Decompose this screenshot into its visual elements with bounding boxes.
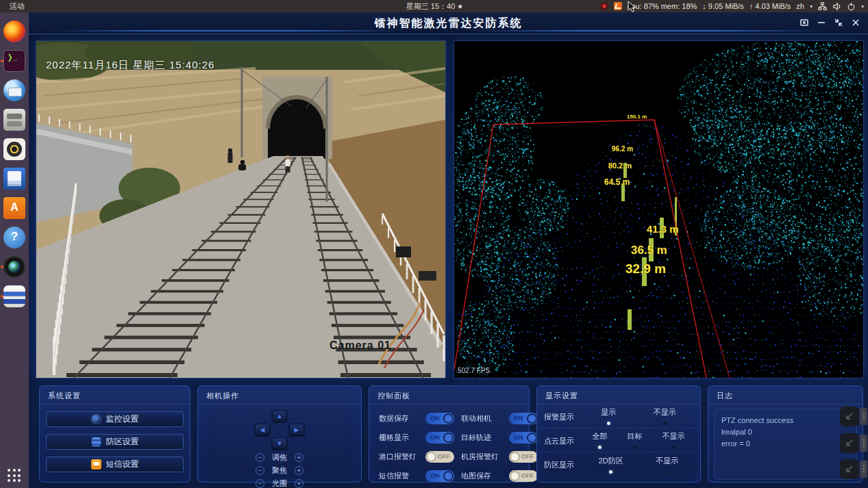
button-label: 防区设置	[106, 436, 139, 448]
edge-shortcut-button[interactable]	[840, 406, 867, 426]
ptz-down-button[interactable]: ▼	[272, 437, 287, 449]
app-title: 镭神智能激光雷达安防系统	[29, 16, 868, 31]
log-line: lrealpal 0	[721, 426, 850, 438]
system-settings-button-3[interactable]: 短信设置	[46, 457, 184, 472]
dock-item-toolbox[interactable]	[0, 193, 29, 222]
volume-icon[interactable]	[832, 2, 841, 11]
dock-item-help[interactable]	[0, 222, 29, 252]
dock-item-terminal[interactable]	[0, 46, 29, 75]
distance-label: 64.5 m	[604, 177, 630, 187]
radio-option-label: 2D防区	[599, 456, 623, 466]
toggle-switch[interactable]: ON	[509, 432, 538, 444]
dock-item-firefox[interactable]	[0, 16, 29, 46]
app-titlebar[interactable]: 镭神智能激光雷达安防系统	[29, 12, 868, 34]
toggle-switch[interactable]: OFF	[509, 470, 538, 482]
edge-shortcut-button[interactable]	[840, 433, 867, 453]
panel-title: 相机操作	[198, 386, 361, 404]
toggle-switch[interactable]: OFF	[509, 451, 538, 463]
camera-op-label: 聚焦	[271, 465, 288, 476]
radio-unselected-icon[interactable]	[671, 444, 677, 450]
toggle-state-label: ON	[514, 415, 523, 422]
restore-button[interactable]	[833, 17, 844, 28]
screen-record-tray-icon[interactable]	[600, 2, 608, 10]
radio-option[interactable]: 2D防区	[599, 456, 623, 475]
radio-option[interactable]: 不显示	[654, 407, 676, 426]
toggle-knob	[510, 471, 520, 481]
dock-item-disc[interactable]	[0, 134, 29, 164]
ptz-preset-icon	[840, 433, 859, 453]
network-icon[interactable]	[818, 2, 827, 11]
activities-button[interactable]: 活动	[0, 1, 34, 12]
toggle-switch[interactable]: ON	[425, 413, 454, 424]
dock-item-camera[interactable]	[0, 252, 29, 281]
increase-button[interactable]: +	[295, 466, 303, 475]
edge-more-dots-icon	[860, 461, 867, 478]
radio-unselected-icon[interactable]	[662, 420, 668, 426]
language-indicator[interactable]: zh	[796, 2, 804, 10]
window-menu-icon[interactable]	[799, 17, 810, 28]
distance-label: 96.2 m	[612, 145, 633, 153]
close-button[interactable]	[850, 17, 861, 28]
decrease-button[interactable]: −	[256, 466, 264, 475]
toggle-switch[interactable]: ON	[425, 432, 454, 444]
sms-settings-icon	[91, 459, 101, 470]
ptz-right-button[interactable]: ▶	[289, 424, 304, 435]
help-icon	[3, 227, 25, 248]
dock-item-mail[interactable]	[0, 75, 29, 105]
net-down-indicator: ↓ 9.05 MiB/s	[702, 2, 744, 10]
radio-option[interactable]: 显示	[601, 407, 616, 426]
ubuntu-dock	[0, 12, 29, 488]
log-line: PTZ connect success	[721, 415, 850, 426]
system-settings-button-2[interactable]: 防区设置	[46, 434, 184, 450]
file-cabinet-icon	[3, 109, 25, 131]
notification-dot-icon	[458, 5, 462, 8]
dock-item-docs[interactable]	[0, 164, 29, 193]
radio-group-label: 点云显示	[544, 436, 582, 446]
ptz-up-button[interactable]: ▲	[272, 410, 287, 422]
system-settings-button-1[interactable]: 监控设置	[46, 411, 184, 427]
input-method-tray-icon[interactable]	[614, 2, 622, 10]
toggle-state-label: ON	[514, 434, 523, 441]
toggle-label: 机房报警灯	[461, 452, 506, 462]
radio-selected-icon[interactable]	[606, 420, 612, 426]
increase-button[interactable]: +	[295, 453, 303, 462]
disk-stack-icon	[3, 285, 25, 307]
radio-unselected-icon[interactable]	[664, 469, 670, 475]
radio-unselected-icon[interactable]	[632, 444, 638, 450]
radio-selected-icon[interactable]	[608, 469, 614, 475]
panel-camera-operation: 相机操作 ▲ ◀ ▶ ▼ −调焦+−聚焦+−光圈+	[197, 385, 362, 483]
radio-selected-icon[interactable]	[597, 444, 603, 450]
edge-shortcut-button[interactable]	[840, 459, 867, 479]
decrease-button[interactable]: −	[256, 479, 264, 488]
minimize-button[interactable]	[816, 17, 827, 28]
radio-option[interactable]: 不显示	[662, 431, 685, 450]
show-applications-button[interactable]	[0, 469, 29, 483]
toggle-knob	[443, 433, 454, 443]
edge-more-dots-icon	[860, 408, 867, 425]
lidar-point-cloud	[454, 41, 863, 378]
increase-button[interactable]: +	[295, 479, 303, 488]
radio-option-label: 不显示	[656, 456, 678, 466]
radio-option-label: 不显示	[654, 407, 676, 418]
clock[interactable]: 星期三 15：40	[406, 1, 462, 12]
ptz-preset-icon	[840, 459, 859, 479]
toggle-switch[interactable]: ON	[509, 413, 538, 424]
document-icon	[3, 168, 25, 190]
dock-item-disks[interactable]	[0, 281, 29, 311]
toggle-switch[interactable]: OFF	[425, 451, 454, 463]
button-label: 监控设置	[106, 413, 139, 425]
power-icon[interactable]	[847, 2, 856, 11]
radio-option[interactable]: 不显示	[656, 456, 678, 475]
radio-option[interactable]: 全部	[593, 431, 608, 450]
decrease-button[interactable]: −	[256, 453, 264, 462]
mail-icon	[3, 79, 25, 101]
toggle-knob	[443, 413, 454, 424]
ptz-left-button[interactable]: ◀	[255, 424, 270, 435]
toggle-state-label: OFF	[438, 453, 450, 460]
dock-item-archive[interactable]	[0, 105, 29, 134]
toggle-knob	[510, 452, 520, 462]
cpu-mem-indicator[interactable]: cpu: 87% mem: 18%	[628, 2, 697, 10]
radio-option[interactable]: 目标	[628, 431, 643, 450]
toggle-switch[interactable]: ON	[425, 470, 454, 482]
log-output: PTZ connect successlrealpal 0error = 0	[714, 409, 857, 480]
